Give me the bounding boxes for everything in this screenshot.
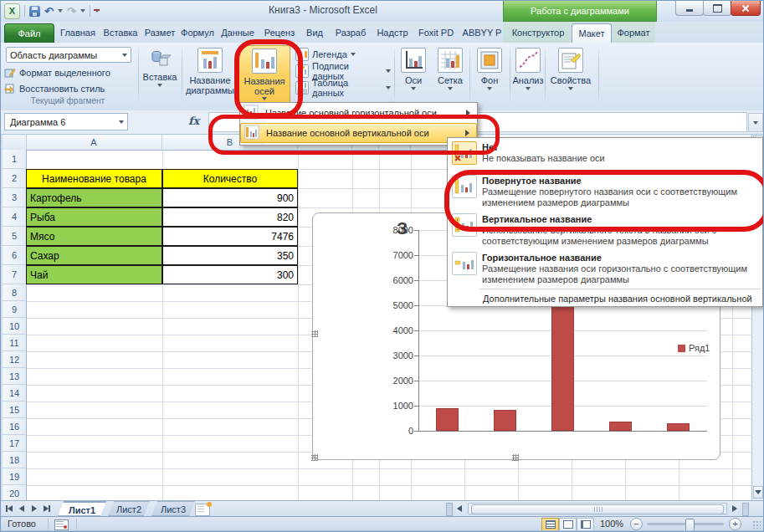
- zoom-slider[interactable]: [647, 523, 724, 525]
- save-icon[interactable]: [29, 6, 40, 17]
- axis-titles-button[interactable]: Названия осей: [238, 45, 290, 105]
- scroll-down-button[interactable]: [753, 486, 763, 499]
- row-header-20[interactable]: 20: [3, 485, 26, 500]
- background-button[interactable]: Фон: [471, 45, 508, 105]
- row-header-19[interactable]: 19: [3, 468, 26, 485]
- next-sheet-button[interactable]: [28, 503, 40, 514]
- row-header-9[interactable]: 9: [3, 301, 26, 318]
- minimize-button[interactable]: [675, 1, 704, 16]
- expand-formula-bar-button[interactable]: [748, 113, 763, 132]
- redo-icon[interactable]: ↷: [67, 6, 76, 17]
- column-header-A[interactable]: A: [26, 135, 162, 150]
- chart-bar-Картофель[interactable]: [436, 408, 459, 431]
- data-table-button[interactable]: Таблица данных: [295, 80, 391, 95]
- page-break-view-button[interactable]: [577, 518, 594, 531]
- horizontal-scrollbar[interactable]: [468, 503, 727, 514]
- hscroll-right-button[interactable]: [729, 503, 741, 514]
- pane-splitter[interactable]: [742, 503, 749, 516]
- tab-Реценз[interactable]: Реценз: [260, 23, 299, 43]
- tab-Надстр[interactable]: Надстр: [372, 23, 413, 43]
- row-header-6[interactable]: 6: [3, 246, 26, 265]
- submenu-item-rotated-title[interactable]: Повернутое названиеРазмещение повернутог…: [448, 171, 762, 210]
- first-sheet-button[interactable]: [3, 503, 15, 514]
- sheet-tab-Лист1[interactable]: Лист1: [58, 501, 106, 516]
- chart-element-selector[interactable]: Область диаграммы: [6, 47, 131, 63]
- menu-item-horizontal-axis-title[interactable]: Название основной горизонтальной оси: [240, 103, 477, 123]
- row-header-8[interactable]: 8: [3, 284, 26, 301]
- chart-legend[interactable]: Ряд1: [678, 343, 710, 353]
- submenu-item-none[interactable]: НетНе показывать название оси: [448, 138, 762, 171]
- zoom-in-button[interactable]: +: [729, 518, 741, 530]
- submenu-item-vertical-title[interactable]: Вертикальное названиеИспользование верти…: [448, 210, 762, 248]
- row-header-11[interactable]: 11: [3, 335, 26, 351]
- row-header-14[interactable]: 14: [3, 385, 26, 402]
- redo-dropdown-icon[interactable]: [80, 9, 85, 13]
- submenu-item-horizontal-title[interactable]: Горизонтальное названиеРазмещение назван…: [448, 248, 762, 287]
- selection-handle[interactable]: [512, 454, 519, 461]
- previous-sheet-button[interactable]: [16, 503, 28, 514]
- hscroll-left-button[interactable]: [454, 503, 465, 514]
- name-box[interactable]: Диаграмма 6: [4, 113, 128, 130]
- table-cell-category[interactable]: Картофель: [26, 188, 162, 207]
- tab-Вид[interactable]: Вид: [300, 23, 329, 43]
- format-selection-button[interactable]: Формат выделенного: [4, 65, 110, 79]
- tab-Файл[interactable]: Файл: [4, 23, 54, 43]
- sheet-tab-Лист3[interactable]: Лист3: [151, 501, 195, 516]
- chart-bar-Сахар[interactable]: [609, 422, 632, 431]
- resize-grip[interactable]: [752, 520, 761, 529]
- table-cell-category[interactable]: Сахар: [26, 246, 162, 265]
- undo-icon[interactable]: ↶: [44, 6, 54, 17]
- table-cell-category[interactable]: Чай: [26, 265, 162, 284]
- row-header-2[interactable]: 2: [3, 169, 26, 188]
- maximize-button[interactable]: [703, 1, 731, 16]
- row-header-13[interactable]: 13: [3, 368, 26, 385]
- chart-bar-Рыба[interactable]: [494, 410, 516, 431]
- chart-bar-Чай[interactable]: [667, 423, 690, 431]
- table-cell-value[interactable]: 350: [162, 246, 298, 265]
- row-header-18[interactable]: 18: [3, 452, 26, 468]
- gridlines-button[interactable]: Сетка: [433, 45, 468, 105]
- insert-button[interactable]: Вставка: [140, 45, 180, 105]
- table-cell-value[interactable]: 820: [162, 207, 298, 227]
- table-cell-value[interactable]: 900: [162, 188, 298, 207]
- table-header-cell[interactable]: Наименование товара: [26, 169, 162, 188]
- page-layout-view-button[interactable]: [559, 518, 577, 531]
- row-header-16[interactable]: 16: [3, 418, 26, 435]
- legend-button[interactable]: Легенда: [295, 47, 391, 62]
- row-header-10[interactable]: 10: [3, 318, 26, 335]
- insert-worksheet-button[interactable]: [195, 504, 210, 516]
- table-cell-value[interactable]: 7476: [162, 227, 298, 246]
- axes-button[interactable]: Оси: [396, 45, 431, 105]
- table-cell-category[interactable]: Рыба: [26, 207, 162, 227]
- table-header-cell[interactable]: Количество: [162, 169, 298, 188]
- tab-Формат[interactable]: Формат: [612, 23, 655, 43]
- normal-view-button[interactable]: [541, 518, 559, 531]
- undo-dropdown-icon[interactable]: [58, 9, 63, 13]
- zoom-out-button[interactable]: −: [630, 518, 643, 530]
- table-cell-category[interactable]: Мясо: [26, 227, 162, 246]
- insert-function-icon[interactable]: fx: [188, 115, 199, 127]
- table-cell-value[interactable]: 300: [162, 265, 298, 284]
- row-header-1[interactable]: 1: [3, 150, 26, 169]
- horizontal-scroll-thumb[interactable]: [471, 504, 724, 514]
- tab-Разраб[interactable]: Разраб: [331, 23, 371, 43]
- row-header-3[interactable]: 3: [3, 188, 26, 207]
- row-header-5[interactable]: 5: [3, 227, 26, 246]
- tab-Конструктор[interactable]: Конструктор: [506, 23, 570, 43]
- tab-ABBYY P[interactable]: ABBYY P: [459, 23, 505, 43]
- row-header-7[interactable]: 7: [3, 265, 26, 284]
- macro-record-icon[interactable]: [54, 519, 69, 530]
- chart-title-button[interactable]: Название диаграммы: [183, 45, 237, 105]
- select-all-corner[interactable]: [3, 135, 27, 150]
- menu-item-vertical-axis-title[interactable]: Название основной вертикальной оси: [240, 123, 477, 143]
- row-header-12[interactable]: 12: [3, 351, 26, 368]
- reset-style-button[interactable]: Восстановить стиль: [4, 81, 105, 95]
- tab-Размет[interactable]: Размет: [141, 23, 178, 43]
- last-sheet-button[interactable]: [41, 503, 53, 514]
- tab-Формул[interactable]: Формул: [180, 23, 215, 43]
- excel-logo-icon[interactable]: X: [4, 3, 20, 19]
- more-axis-title-options[interactable]: Дополнительные параметры названия основн…: [448, 291, 762, 305]
- row-header-15[interactable]: 15: [3, 402, 26, 418]
- analysis-button[interactable]: Анализ: [511, 45, 545, 105]
- selection-handle[interactable]: [311, 330, 318, 337]
